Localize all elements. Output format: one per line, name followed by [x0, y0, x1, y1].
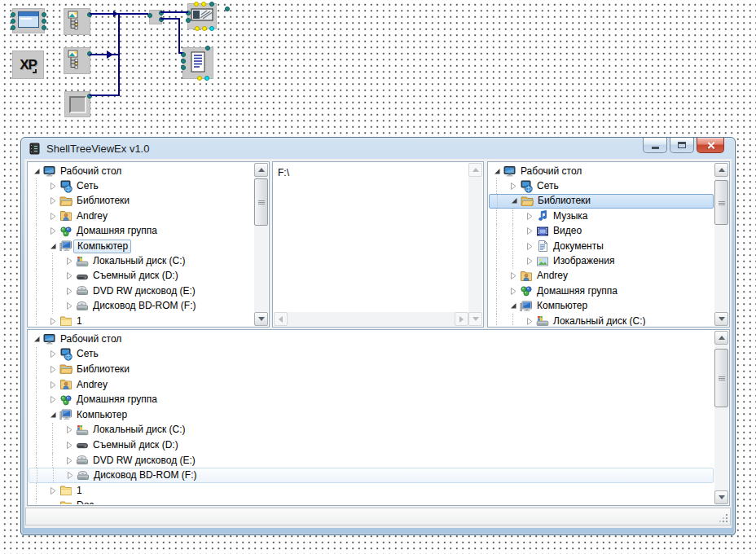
left-tree-scrollbar[interactable] [254, 163, 268, 326]
expander-collapsed-icon[interactable] [525, 227, 534, 235]
xp-manifest-component[interactable]: XP [12, 51, 44, 79]
scroll-up-button[interactable] [254, 163, 268, 177]
connection-port[interactable] [209, 26, 214, 31]
scroll-left-button[interactable] [274, 312, 288, 326]
tree-item[interactable]: Сеть [29, 178, 254, 193]
tree-item[interactable]: Локальный диск (C:) [29, 253, 254, 268]
connection-port[interactable] [42, 25, 46, 30]
tree-item[interactable]: Библиотеки [29, 362, 714, 377]
tree-item[interactable]: Рабочий стол [29, 332, 714, 347]
tree-item[interactable]: Компьютер [489, 299, 714, 314]
tree-item[interactable]: Домашняя группа [29, 392, 714, 407]
tree-item[interactable]: Дисковод BD-ROM (F:) [29, 468, 714, 483]
tree-item[interactable]: Изображения [489, 253, 714, 268]
connection-port[interactable] [197, 76, 202, 81]
bottom-tree-scrollbar[interactable] [714, 331, 728, 504]
connection-port[interactable] [204, 76, 209, 81]
close-button[interactable] [697, 138, 724, 153]
connection-port[interactable] [201, 2, 206, 7]
expander-collapsed-icon[interactable] [48, 318, 58, 325]
expander-expanded-icon[interactable] [48, 411, 58, 419]
expander-collapsed-icon[interactable] [48, 197, 58, 204]
expander-collapsed-icon[interactable] [65, 472, 75, 479]
tree-item[interactable]: Сеть [489, 178, 714, 193]
expander-collapsed-icon[interactable] [525, 257, 534, 265]
expander-collapsed-icon[interactable] [525, 243, 534, 250]
tree-item[interactable]: Дисковод BD-ROM (F:) [29, 299, 254, 314]
minimize-button[interactable] [643, 138, 667, 153]
expander-collapsed-icon[interactable] [525, 213, 534, 220]
expander-expanded-icon[interactable] [509, 197, 519, 204]
tree-item[interactable]: Andrey [489, 269, 714, 284]
tree-item[interactable]: Компьютер [29, 407, 714, 423]
panel-component[interactable] [64, 91, 90, 117]
tree-item[interactable]: Документы [489, 239, 714, 253]
shell-tree-component-1[interactable] [64, 8, 90, 35]
connection-port[interactable] [42, 19, 46, 24]
expander-collapsed-icon[interactable] [525, 318, 534, 325]
display-control-component[interactable] [187, 3, 217, 29]
connection-port[interactable] [195, 26, 200, 31]
scroll-up-button[interactable] [468, 163, 482, 177]
connection-port[interactable] [225, 7, 230, 11]
expander-expanded-icon[interactable] [32, 168, 42, 175]
expander-collapsed-icon[interactable] [48, 350, 58, 358]
scrollbar-thumb[interactable] [254, 178, 268, 226]
expander-collapsed-icon[interactable] [48, 487, 58, 495]
expander-collapsed-icon[interactable] [64, 257, 74, 265]
tree-item[interactable]: Компьютер [29, 239, 254, 253]
expander-expanded-icon[interactable] [508, 302, 518, 310]
tree-item[interactable]: Домашняя группа [29, 224, 254, 239]
connection-port[interactable] [205, 46, 210, 51]
tree-item[interactable]: Съемный диск (D:) [29, 437, 714, 453]
expander-collapsed-icon[interactable] [48, 213, 58, 220]
right-tree-scrollbar[interactable] [714, 163, 728, 326]
connection-port[interactable] [194, 2, 199, 7]
scroll-down-button[interactable] [254, 312, 268, 326]
tree-item[interactable]: DVD RW дисковод (E:) [29, 453, 714, 468]
expander-collapsed-icon[interactable] [48, 381, 58, 389]
scrollbar-thumb[interactable] [714, 349, 728, 407]
tree-item[interactable]: Рабочий стол [489, 164, 714, 178]
memo-component[interactable] [182, 47, 213, 79]
resize-grip[interactable] [718, 512, 728, 523]
expander-collapsed-icon[interactable] [48, 396, 58, 403]
expander-collapsed-icon[interactable] [48, 227, 58, 235]
expander-collapsed-icon[interactable] [64, 288, 74, 295]
expander-collapsed-icon[interactable] [508, 288, 518, 295]
tree-item[interactable]: Домашняя группа [489, 284, 714, 298]
scroll-down-button[interactable] [714, 312, 728, 326]
bottom-shell-tree[interactable]: Рабочий столСетьБиблиотекиAndreyДомашняя… [29, 332, 714, 504]
connection-port[interactable] [42, 12, 46, 17]
tree-item[interactable]: 1 [29, 314, 254, 326]
expander-collapsed-icon[interactable] [48, 182, 58, 190]
connection-port[interactable] [209, 2, 214, 7]
memo-vertical-scrollbar[interactable] [468, 163, 482, 326]
scroll-down-button[interactable] [468, 312, 482, 326]
memo-text[interactable]: F:\ [278, 167, 289, 178]
scrollbar-thumb[interactable] [714, 180, 728, 225]
tree-item[interactable]: Doc [29, 499, 714, 504]
scroll-up-button[interactable] [714, 331, 728, 345]
expander-expanded-icon[interactable] [492, 168, 502, 175]
expander-collapsed-icon[interactable] [64, 302, 74, 310]
expander-collapsed-icon[interactable] [64, 442, 74, 449]
connection-port[interactable] [181, 59, 186, 64]
tree-item[interactable]: 1 [29, 483, 714, 499]
tree-item[interactable]: Съемный диск (D:) [29, 269, 254, 284]
expander-collapsed-icon[interactable] [48, 366, 58, 373]
connection-port[interactable] [11, 12, 15, 17]
expander-collapsed-icon[interactable] [64, 457, 74, 464]
connection-port[interactable] [202, 26, 207, 31]
tree-item[interactable]: Сеть [29, 347, 714, 363]
tree-item[interactable]: Локальный диск (C:) [29, 423, 714, 438]
connection-port[interactable] [11, 25, 15, 30]
connection-port[interactable] [181, 65, 186, 70]
tree-item[interactable]: Музыка [489, 209, 714, 223]
titlebar[interactable]: ShellTreeViewEx v1.0 [21, 138, 735, 159]
scroll-down-button[interactable] [714, 490, 728, 504]
shell-tree-component-2[interactable] [64, 47, 90, 74]
tree-item[interactable]: DVD RW дисковод (E:) [29, 284, 254, 298]
connection-port[interactable] [11, 19, 15, 24]
tree-item[interactable]: Andrey [29, 377, 714, 393]
